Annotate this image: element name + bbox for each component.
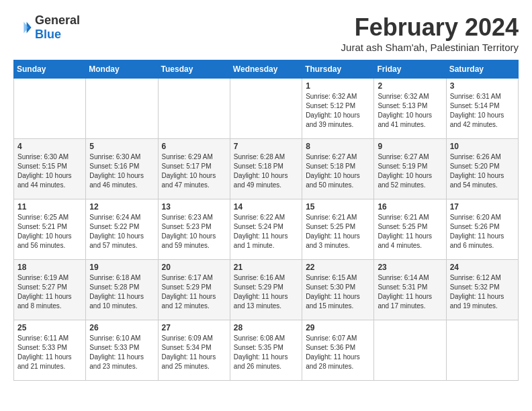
day-number: 17 — [450, 202, 515, 212]
header-cell-sunday: Sunday — [14, 60, 86, 79]
calendar-cell: 23Sunrise: 6:14 AM Sunset: 5:31 PM Dayli… — [374, 260, 446, 320]
day-number: 6 — [162, 142, 226, 151]
day-number: 15 — [306, 202, 370, 212]
day-number: 21 — [234, 263, 298, 272]
calendar-cell: 3Sunrise: 6:31 AM Sunset: 5:14 PM Daylig… — [446, 79, 518, 139]
calendar-cell: 13Sunrise: 6:23 AM Sunset: 5:23 PM Dayli… — [158, 199, 230, 260]
day-number: 16 — [378, 202, 442, 212]
calendar-cell: 26Sunrise: 6:10 AM Sunset: 5:33 PM Dayli… — [86, 320, 158, 381]
calendar-table: SundayMondayTuesdayWednesdayThursdayFrid… — [13, 60, 519, 381]
day-info: Sunrise: 6:22 AM Sunset: 5:24 PM Dayligh… — [234, 213, 298, 250]
main-title: February 2024 — [341, 13, 519, 42]
logo-icon — [13, 18, 32, 37]
day-info: Sunrise: 6:30 AM Sunset: 5:15 PM Dayligh… — [17, 152, 82, 190]
calendar-cell — [446, 320, 518, 381]
day-info: Sunrise: 6:26 AM Sunset: 5:20 PM Dayligh… — [450, 152, 515, 190]
header-cell-monday: Monday — [86, 60, 158, 79]
day-number: 11 — [17, 202, 82, 212]
calendar-cell: 20Sunrise: 6:17 AM Sunset: 5:29 PM Dayli… — [158, 260, 230, 320]
logo-text: General Blue — [35, 13, 80, 42]
day-number: 3 — [450, 81, 515, 91]
day-number: 27 — [162, 323, 226, 332]
header-cell-wednesday: Wednesday — [230, 60, 302, 79]
calendar-cell: 27Sunrise: 6:09 AM Sunset: 5:34 PM Dayli… — [158, 320, 230, 381]
sub-title: Jurat ash Sham'ah, Palestinian Territory — [341, 42, 519, 53]
day-number: 26 — [89, 323, 154, 332]
day-info: Sunrise: 6:15 AM Sunset: 5:30 PM Dayligh… — [306, 273, 370, 311]
day-number: 13 — [162, 202, 226, 212]
day-info: Sunrise: 6:19 AM Sunset: 5:27 PM Dayligh… — [17, 273, 82, 311]
day-number: 14 — [234, 202, 298, 212]
header-cell-tuesday: Tuesday — [158, 60, 230, 79]
day-info: Sunrise: 6:23 AM Sunset: 5:23 PM Dayligh… — [162, 213, 226, 250]
calendar-cell — [86, 79, 158, 139]
calendar-cell: 21Sunrise: 6:16 AM Sunset: 5:29 PM Dayli… — [230, 260, 302, 320]
day-info: Sunrise: 6:29 AM Sunset: 5:17 PM Dayligh… — [162, 152, 226, 190]
day-number: 22 — [306, 263, 370, 272]
calendar-cell — [374, 320, 446, 381]
day-number: 12 — [89, 202, 154, 212]
day-number: 28 — [234, 323, 298, 332]
page-header: General Blue February 2024 Jurat ash Sha… — [13, 13, 519, 53]
day-number: 7 — [234, 142, 298, 151]
day-number: 29 — [306, 323, 370, 332]
calendar-cell: 15Sunrise: 6:21 AM Sunset: 5:25 PM Dayli… — [302, 199, 374, 260]
day-info: Sunrise: 6:28 AM Sunset: 5:18 PM Dayligh… — [234, 152, 298, 190]
day-info: Sunrise: 6:27 AM Sunset: 5:18 PM Dayligh… — [306, 152, 370, 190]
day-number: 20 — [162, 263, 226, 272]
calendar-cell: 12Sunrise: 6:24 AM Sunset: 5:22 PM Dayli… — [86, 199, 158, 260]
day-number: 19 — [89, 263, 154, 272]
calendar-cell: 5Sunrise: 6:30 AM Sunset: 5:16 PM Daylig… — [86, 139, 158, 199]
day-number: 23 — [378, 263, 442, 272]
calendar-cell — [14, 79, 86, 139]
day-number: 5 — [89, 142, 154, 151]
day-number: 1 — [306, 81, 370, 91]
calendar-cell: 16Sunrise: 6:21 AM Sunset: 5:25 PM Dayli… — [374, 199, 446, 260]
calendar-cell: 18Sunrise: 6:19 AM Sunset: 5:27 PM Dayli… — [14, 260, 86, 320]
day-info: Sunrise: 6:30 AM Sunset: 5:16 PM Dayligh… — [89, 152, 154, 190]
day-info: Sunrise: 6:12 AM Sunset: 5:32 PM Dayligh… — [450, 273, 515, 311]
calendar-cell: 19Sunrise: 6:18 AM Sunset: 5:28 PM Dayli… — [86, 260, 158, 320]
day-info: Sunrise: 6:14 AM Sunset: 5:31 PM Dayligh… — [378, 273, 442, 311]
calendar-cell: 6Sunrise: 6:29 AM Sunset: 5:17 PM Daylig… — [158, 139, 230, 199]
calendar-cell: 9Sunrise: 6:27 AM Sunset: 5:19 PM Daylig… — [374, 139, 446, 199]
header-cell-saturday: Saturday — [446, 60, 518, 79]
calendar-cell: 8Sunrise: 6:27 AM Sunset: 5:18 PM Daylig… — [302, 139, 374, 199]
calendar-cell: 2Sunrise: 6:32 AM Sunset: 5:13 PM Daylig… — [374, 79, 446, 139]
calendar-cell: 28Sunrise: 6:08 AM Sunset: 5:35 PM Dayli… — [230, 320, 302, 381]
day-number: 25 — [17, 323, 82, 332]
calendar-cell: 17Sunrise: 6:20 AM Sunset: 5:26 PM Dayli… — [446, 199, 518, 260]
day-info: Sunrise: 6:21 AM Sunset: 5:25 PM Dayligh… — [378, 213, 442, 250]
logo: General Blue — [13, 13, 80, 42]
calendar-header: SundayMondayTuesdayWednesdayThursdayFrid… — [14, 60, 519, 79]
day-number: 9 — [378, 142, 442, 151]
week-row-1: 4Sunrise: 6:30 AM Sunset: 5:15 PM Daylig… — [14, 139, 519, 199]
header-cell-thursday: Thursday — [302, 60, 374, 79]
calendar-cell: 7Sunrise: 6:28 AM Sunset: 5:18 PM Daylig… — [230, 139, 302, 199]
day-info: Sunrise: 6:24 AM Sunset: 5:22 PM Dayligh… — [89, 213, 154, 250]
calendar-cell: 14Sunrise: 6:22 AM Sunset: 5:24 PM Dayli… — [230, 199, 302, 260]
calendar-cell: 25Sunrise: 6:11 AM Sunset: 5:33 PM Dayli… — [14, 320, 86, 381]
calendar-cell — [230, 79, 302, 139]
calendar-cell: 24Sunrise: 6:12 AM Sunset: 5:32 PM Dayli… — [446, 260, 518, 320]
calendar-cell: 11Sunrise: 6:25 AM Sunset: 5:21 PM Dayli… — [14, 199, 86, 260]
day-info: Sunrise: 6:09 AM Sunset: 5:34 PM Dayligh… — [162, 334, 226, 371]
calendar-body: 1Sunrise: 6:32 AM Sunset: 5:12 PM Daylig… — [14, 79, 519, 381]
calendar-cell: 10Sunrise: 6:26 AM Sunset: 5:20 PM Dayli… — [446, 139, 518, 199]
calendar-cell: 22Sunrise: 6:15 AM Sunset: 5:30 PM Dayli… — [302, 260, 374, 320]
week-row-0: 1Sunrise: 6:32 AM Sunset: 5:12 PM Daylig… — [14, 79, 519, 139]
day-info: Sunrise: 6:32 AM Sunset: 5:12 PM Dayligh… — [306, 92, 370, 130]
day-info: Sunrise: 6:20 AM Sunset: 5:26 PM Dayligh… — [450, 213, 515, 250]
day-info: Sunrise: 6:16 AM Sunset: 5:29 PM Dayligh… — [234, 273, 298, 311]
header-row: SundayMondayTuesdayWednesdayThursdayFrid… — [14, 60, 519, 79]
calendar-cell — [158, 79, 230, 139]
week-row-2: 11Sunrise: 6:25 AM Sunset: 5:21 PM Dayli… — [14, 199, 519, 260]
day-info: Sunrise: 6:07 AM Sunset: 5:36 PM Dayligh… — [306, 334, 370, 371]
calendar-cell: 29Sunrise: 6:07 AM Sunset: 5:36 PM Dayli… — [302, 320, 374, 381]
day-number: 10 — [450, 142, 515, 151]
day-number: 18 — [17, 263, 82, 272]
day-info: Sunrise: 6:11 AM Sunset: 5:33 PM Dayligh… — [17, 334, 82, 371]
week-row-4: 25Sunrise: 6:11 AM Sunset: 5:33 PM Dayli… — [14, 320, 519, 381]
day-info: Sunrise: 6:08 AM Sunset: 5:35 PM Dayligh… — [234, 334, 298, 371]
day-info: Sunrise: 6:31 AM Sunset: 5:14 PM Dayligh… — [450, 92, 515, 130]
